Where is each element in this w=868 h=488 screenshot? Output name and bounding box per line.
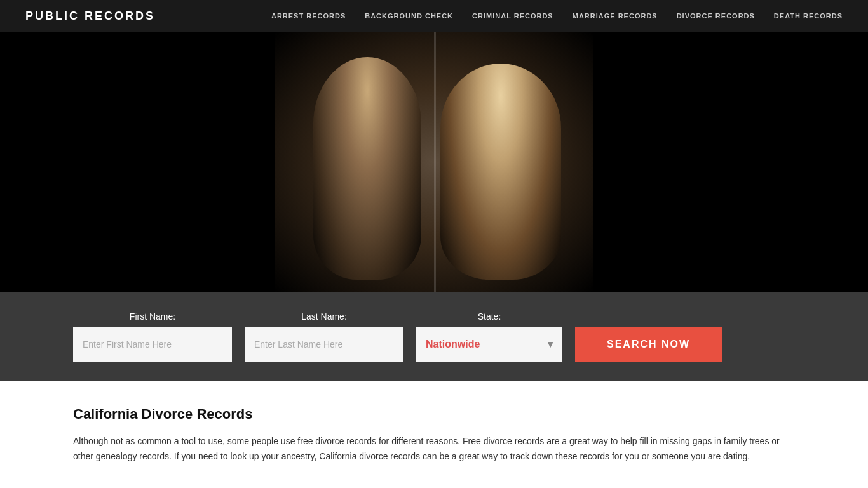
hero-image [275,32,593,292]
content-paragraph-1: Although not as common a tool to use, so… [73,434,795,464]
content-heading: California Divorce Records [73,406,795,423]
search-bar: First Name: Last Name: State: Nationwide… [0,292,868,381]
nav-death-records[interactable]: DEATH RECORDS [774,12,843,20]
last-name-label: Last Name: [245,311,403,322]
hero-section [0,32,868,292]
first-name-group: First Name: [73,311,232,362]
first-name-label: First Name: [73,311,232,322]
nav-background-check[interactable]: BACKGROUND CHECK [365,12,453,20]
person-left-figure [313,57,421,280]
person-right-figure [440,64,561,280]
state-select[interactable]: NationwideAlabamaAlaskaArizonaArkansasCa… [416,327,562,362]
state-label: State: [416,311,562,322]
content-section: California Divorce Records Although not … [0,381,868,488]
state-select-wrapper: NationwideAlabamaAlaskaArizonaArkansasCa… [416,327,562,362]
state-group: State: NationwideAlabamaAlaskaArizonaArk… [416,311,562,362]
main-nav: ARREST RECORDS BACKGROUND CHECK CRIMINAL… [271,12,843,20]
site-logo: PUBLIC RECORDS [25,10,155,23]
nav-arrest-records[interactable]: ARREST RECORDS [271,12,346,20]
nav-marriage-records[interactable]: MARRIAGE RECORDS [573,12,658,20]
first-name-input[interactable] [73,327,232,362]
search-now-button[interactable]: SEARCH NOW [575,327,722,362]
nav-criminal-records[interactable]: CRIMINAL RECORDS [472,12,553,20]
site-header: PUBLIC RECORDS ARREST RECORDS BACKGROUND… [0,0,868,32]
last-name-input[interactable] [245,327,403,362]
divider-line [434,32,436,292]
nav-divorce-records[interactable]: DIVORCE RECORDS [677,12,755,20]
last-name-group: Last Name: [245,311,403,362]
